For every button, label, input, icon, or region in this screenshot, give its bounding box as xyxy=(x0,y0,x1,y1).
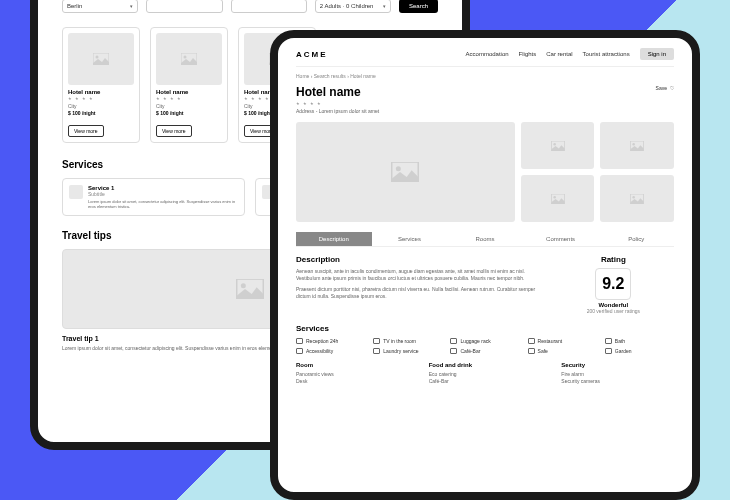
svg-point-7 xyxy=(241,284,246,289)
room-heading: Room xyxy=(296,362,409,368)
hotel-card[interactable]: Hotel name ★ ★ ★ ★ City $ 100 /night Vie… xyxy=(150,27,228,143)
tab-description[interactable]: Description xyxy=(296,232,372,246)
services-grid: Reception 24h TV in the room Luggage rac… xyxy=(296,338,674,354)
nav-car-rental[interactable]: Car rental xyxy=(546,51,572,57)
image-placeholder-icon xyxy=(68,33,134,85)
tab-services[interactable]: Services xyxy=(372,232,448,246)
image-placeholder-icon xyxy=(156,33,222,85)
service-item: Bath xyxy=(605,338,674,344)
save-button[interactable]: Save ♡ xyxy=(656,85,674,91)
service-card[interactable]: Service 1 Subtitle Lorem ipsum dolor sit… xyxy=(62,178,245,216)
hotel-detail-screen: ACME Accommodation Flights Car rental To… xyxy=(270,30,700,500)
service-item: Accessibility xyxy=(296,348,365,354)
security-heading: Security xyxy=(561,362,674,368)
view-more-button[interactable]: View more xyxy=(68,125,104,137)
service-icon xyxy=(605,338,612,344)
nav-tourist-attractions[interactable]: Tourist attractions xyxy=(583,51,630,57)
search-bar: Destination Berlin▾ Check-in Check-out G… xyxy=(62,0,438,13)
navbar: ACME Accommodation Flights Car rental To… xyxy=(296,48,674,67)
svg-point-15 xyxy=(553,196,556,199)
breadcrumb[interactable]: Home › Search results › Hotel name xyxy=(296,73,674,79)
service-item: Restaurant xyxy=(528,338,597,344)
tab-comments[interactable]: Comments xyxy=(523,232,599,246)
service-item: Reception 24h xyxy=(296,338,365,344)
service-item: Garden xyxy=(605,348,674,354)
service-icon xyxy=(450,338,457,344)
service-icon xyxy=(605,348,612,354)
svg-point-11 xyxy=(553,143,556,146)
service-icon xyxy=(69,185,83,199)
star-rating: ★ ★ ★ ★ xyxy=(156,96,222,101)
view-more-button[interactable]: View more xyxy=(156,125,192,137)
checkin-input[interactable] xyxy=(146,0,222,13)
service-item: TV in the room xyxy=(373,338,442,344)
tabs: Description Services Rooms Comments Poli… xyxy=(296,232,674,247)
rating-count: 200 verified user ratings xyxy=(553,308,674,314)
service-icon xyxy=(528,338,535,344)
description-text: Praesent dictum porttitor nisi, pharetra… xyxy=(296,286,539,300)
hotel-name: Hotel name xyxy=(296,85,379,99)
rating-heading: Rating xyxy=(553,255,674,264)
svg-point-1 xyxy=(96,56,99,59)
service-icon xyxy=(528,348,535,354)
tab-rooms[interactable]: Rooms xyxy=(447,232,523,246)
rating-score-box: 9.2 xyxy=(595,268,631,300)
svg-point-13 xyxy=(633,143,636,146)
search-button[interactable]: Search xyxy=(399,0,438,13)
hotel-card[interactable]: Hotel name ★ ★ ★ ★ City $ 100 /night Vie… xyxy=(62,27,140,143)
food-heading: Food and drink xyxy=(429,362,542,368)
service-icon xyxy=(450,348,457,354)
tab-policy[interactable]: Policy xyxy=(598,232,674,246)
chevron-down-icon: ▾ xyxy=(383,3,386,9)
signin-button[interactable]: Sign in xyxy=(640,48,674,60)
service-icon xyxy=(373,338,380,344)
service-icon xyxy=(296,338,303,344)
thumb-photo[interactable] xyxy=(600,175,674,222)
star-rating: ★ ★ ★ ★ xyxy=(68,96,134,101)
heart-icon: ♡ xyxy=(670,85,674,91)
destination-select[interactable]: Berlin▾ xyxy=(62,0,138,13)
chevron-down-icon: ▾ xyxy=(130,3,133,9)
checkout-input[interactable] xyxy=(231,0,307,13)
star-rating: ★ ★ ★ ★ xyxy=(296,101,379,106)
nav-accommodation[interactable]: Accommodation xyxy=(466,51,509,57)
description-heading: Description xyxy=(296,255,539,264)
hotel-address: Address - Lorem ipsum dolor sit amet xyxy=(296,108,379,114)
svg-point-17 xyxy=(633,196,636,199)
guests-select[interactable]: 2 Adults · 0 Children▾ xyxy=(315,0,391,13)
description-text: Aenean suscipit, ante in iaculis condime… xyxy=(296,268,539,282)
logo[interactable]: ACME xyxy=(296,50,328,59)
service-item: Safe xyxy=(528,348,597,354)
thumb-photo[interactable] xyxy=(600,122,674,169)
service-item: Café-Bar xyxy=(450,348,519,354)
nav-flights[interactable]: Flights xyxy=(519,51,537,57)
thumb-photo[interactable] xyxy=(521,122,595,169)
service-icon xyxy=(296,348,303,354)
photo-gallery xyxy=(296,122,674,222)
svg-point-3 xyxy=(184,56,187,59)
svg-point-9 xyxy=(396,166,401,171)
services-heading: Services xyxy=(296,324,674,333)
service-icon xyxy=(373,348,380,354)
thumb-photo[interactable] xyxy=(521,175,595,222)
main-photo[interactable] xyxy=(296,122,515,222)
service-item: Laundry service xyxy=(373,348,442,354)
service-item: Luggage rack xyxy=(450,338,519,344)
